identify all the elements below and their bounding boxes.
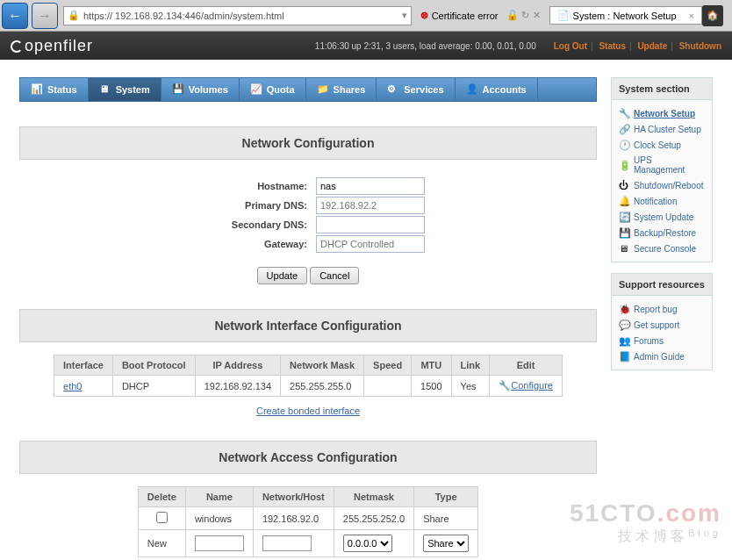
- new-nethost-input[interactable]: [262, 535, 312, 551]
- table-header-row: InterfaceBoot Protocol IP AddressNetwork…: [54, 355, 563, 376]
- configure-icon: 🔧: [499, 380, 511, 391]
- sidebar-item-report-bug[interactable]: Report bug: [634, 305, 677, 314]
- nic-section: Network Interface Configuration Interfac…: [19, 309, 597, 416]
- app-header: openfiler 11:06:30 up 2:31, 3 users, loa…: [0, 32, 732, 60]
- tab-title: System : Network Setup: [573, 11, 677, 21]
- quota-icon: 📈: [250, 83, 262, 96]
- configure-link[interactable]: Configure: [511, 380, 553, 391]
- delete-checkbox[interactable]: [156, 512, 168, 523]
- tab-icon: 📄: [557, 10, 570, 21]
- cert-error-icon: ⊗: [420, 10, 428, 21]
- sidebar-item-shutdown[interactable]: Shutdown/Reboot: [634, 181, 704, 190]
- sidebar-item-network-setup[interactable]: Network Setup: [634, 109, 695, 118]
- hostname-label: Hostname:: [191, 177, 314, 195]
- shutdown-link[interactable]: Shutdown: [679, 41, 721, 51]
- console-icon: 🖥: [619, 243, 629, 254]
- tab-close-icon[interactable]: ×: [689, 11, 694, 21]
- new-netmask-select[interactable]: 0.0.0.0: [343, 535, 392, 552]
- tab-services[interactable]: ⚙Services: [377, 78, 455, 101]
- new-type-select[interactable]: Share: [423, 535, 469, 552]
- header-links: Log Out| Status| Update| Shutdown: [554, 41, 721, 51]
- tab-system[interactable]: 🖥System: [89, 78, 161, 101]
- sidebar-item-clock[interactable]: Clock Setup: [634, 140, 681, 150]
- table-row: windows 192.168.92.0 255.255.252.0 Share: [138, 507, 477, 530]
- create-bonded-link[interactable]: Create bonded interface: [256, 406, 360, 416]
- sidebar-item-system-update[interactable]: System Update: [634, 212, 693, 222]
- browser-tab-bar: 📄 System : Network Setup ×: [546, 6, 702, 25]
- sidebar: System section 🔧Network Setup 🔗HA Cluste…: [611, 77, 713, 560]
- sidebar-title: Support resources: [612, 274, 712, 296]
- cluster-icon: 🔗: [619, 124, 629, 134]
- update-link[interactable]: Update: [637, 41, 667, 51]
- cert-error-label: Certificate error: [432, 11, 499, 21]
- tab-accounts[interactable]: 👤Accounts: [456, 78, 538, 101]
- network-icon: 🔧: [619, 108, 629, 118]
- volumes-icon: 💾: [172, 83, 184, 96]
- browser-chrome: ← → 🔒 https:// 192.168.92.134:446/admin/…: [0, 0, 732, 32]
- lock-icon: 🔒: [68, 10, 80, 22]
- sidebar-title: System section: [612, 78, 712, 100]
- shares-icon: 📁: [317, 83, 329, 96]
- gateway-label: Gateway:: [191, 235, 314, 253]
- home-button[interactable]: 🏠: [702, 5, 723, 26]
- bug-icon: 🐞: [619, 304, 629, 314]
- network-config-section: Network Configuration Hostname: Primary …: [19, 126, 597, 284]
- sidebar-item-ha-cluster[interactable]: HA Cluster Setup: [634, 125, 701, 134]
- url-actions: ▾: [402, 10, 407, 21]
- tab-quota[interactable]: 📈Quota: [240, 78, 306, 101]
- section-title: Network Interface Configuration: [19, 309, 597, 342]
- nac-table: DeleteName Network/HostNetmask Type wind…: [138, 486, 478, 557]
- sidebar-item-get-support[interactable]: Get support: [634, 320, 679, 330]
- sidebar-item-forums[interactable]: Forums: [634, 336, 664, 346]
- tab-volumes[interactable]: 💾Volumes: [161, 78, 240, 101]
- uptime-text: 11:06:30 up 2:31, 3 users, load average:…: [315, 41, 536, 51]
- services-icon: ⚙: [387, 83, 399, 96]
- table-header-row: DeleteName Network/HostNetmask Type: [138, 487, 477, 507]
- system-icon: 🖥: [99, 83, 111, 96]
- sidebar-item-notification[interactable]: Notification: [634, 197, 677, 206]
- status-icon: 📊: [31, 83, 43, 96]
- nac-section: Network Access Configuration DeleteName …: [19, 441, 597, 560]
- bell-icon: 🔔: [619, 196, 629, 206]
- nic-table: InterfaceBoot Protocol IP AddressNetwork…: [54, 355, 563, 397]
- back-button[interactable]: ←: [2, 3, 28, 29]
- forward-button[interactable]: →: [32, 3, 58, 29]
- hostname-input[interactable]: [316, 177, 425, 195]
- sidebar-item-backup[interactable]: Backup/Restore: [634, 228, 696, 238]
- status-link[interactable]: Status: [599, 41, 626, 51]
- address-bar[interactable]: 🔒 https:// 192.168.92.134:446/admin/syst…: [63, 6, 412, 25]
- tab-status[interactable]: 📊Status: [20, 78, 89, 101]
- backup-icon: 💾: [619, 227, 629, 238]
- tab-shares[interactable]: 📁Shares: [306, 78, 377, 101]
- cert-error-badge[interactable]: ⊗ Certificate error 🔓 ↻ ✕: [415, 10, 546, 21]
- logout-link[interactable]: Log Out: [554, 41, 587, 51]
- accounts-icon: 👤: [466, 83, 478, 96]
- support-icon: 💬: [619, 319, 629, 330]
- url-text: https:// 192.168.92.134:446/admin/system…: [83, 11, 402, 21]
- secondary-dns-input[interactable]: [316, 216, 425, 233]
- network-config-form: Hostname: Primary DNS: Secondary DNS: Ga…: [190, 176, 427, 255]
- update-button[interactable]: Update: [257, 267, 307, 284]
- ups-icon: 🔋: [619, 160, 629, 170]
- cancel-button[interactable]: Cancel: [310, 267, 359, 284]
- table-row: eth0 DHCP 192.168.92.134 255.255.255.0 1…: [54, 376, 563, 397]
- interface-link[interactable]: eth0: [63, 381, 82, 391]
- section-title: Network Access Configuration: [19, 441, 597, 474]
- book-icon: 📘: [619, 351, 629, 362]
- section-title: Network Configuration: [19, 126, 597, 160]
- new-name-input[interactable]: [195, 535, 244, 551]
- browser-tab[interactable]: 📄 System : Network Setup ×: [549, 6, 702, 25]
- sidebar-item-console[interactable]: Secure Console: [634, 244, 696, 254]
- primary-dns-input[interactable]: [316, 197, 425, 214]
- sidebar-item-admin-guide[interactable]: Admin Guide: [634, 352, 685, 362]
- clock-icon: 🕐: [619, 140, 629, 150]
- logo: openfiler: [11, 37, 93, 55]
- new-label: New: [138, 530, 185, 557]
- sidebar-item-ups[interactable]: UPS Management: [634, 155, 705, 175]
- power-icon: ⏻: [619, 180, 629, 190]
- main-tabs: 📊Status 🖥System 💾Volumes 📈Quota 📁Shares …: [19, 77, 597, 102]
- table-row-new: New 0.0.0.0 Share: [138, 530, 477, 557]
- secondary-dns-label: Secondary DNS:: [191, 216, 314, 233]
- gateway-input[interactable]: [316, 235, 425, 253]
- system-section-box: System section 🔧Network Setup 🔗HA Cluste…: [611, 77, 713, 262]
